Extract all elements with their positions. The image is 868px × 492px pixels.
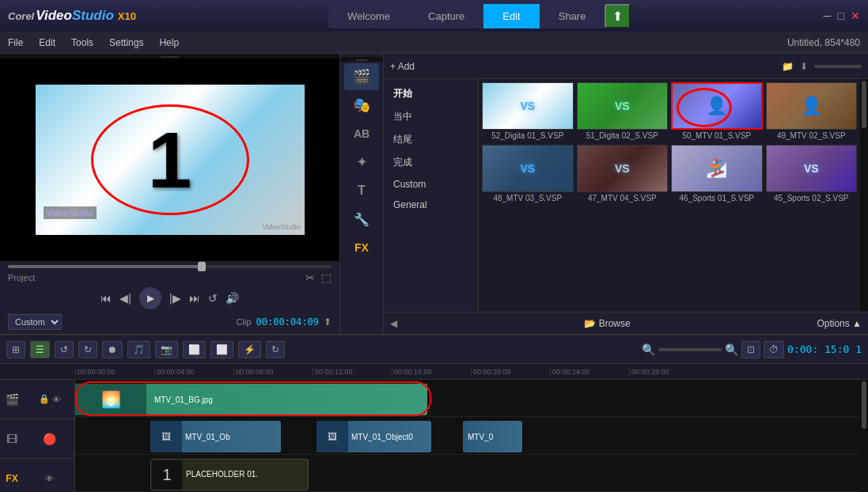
menu-help[interactable]: Help [159,37,179,48]
skip-start-button[interactable]: ⏮ [100,292,112,305]
timecode-up-icon[interactable]: ⬆ [324,316,332,327]
sidebar-fx-icon[interactable]: FX [344,234,379,261]
category-general[interactable]: General [384,195,478,215]
category-complete[interactable]: 完成 [384,151,478,174]
record-button[interactable]: ⏺ [102,341,123,358]
track1-eye-icon[interactable]: 👁 [52,395,61,404]
clock-button[interactable]: ⏱ [764,341,784,358]
thumb-47-mtv[interactable]: VS 47_MTV 04_S.VSP [577,145,669,204]
timeline-scrollbar[interactable] [860,380,868,492]
scrollbar-thumb[interactable] [862,81,866,128]
play-button[interactable]: ▶ [139,287,161,309]
track1-lock-icon[interactable]: 🔒 [39,394,50,404]
sort-icon[interactable]: ⬇ [800,61,808,72]
media-sidebar-row: •••••• 🎬 🎭 AB ✦ T 🔧 FX + Add 📁 ⬇ [340,54,868,334]
add-media-button[interactable]: + Add [390,61,415,72]
360-button[interactable]: ↻ [266,341,285,358]
snapshot-button[interactable]: 📷 [155,341,178,358]
menu-file[interactable]: File [8,37,23,48]
folder-icon[interactable]: 📁 [782,61,794,72]
thumb-45-sports[interactable]: VS 45_Sports 02_S.VSP [766,145,858,204]
audio-button[interactable]: 🎵 [127,341,150,358]
track1-ctrl: 🎬 [0,380,24,419]
tracking-button[interactable]: ⚡ [238,341,261,358]
nav-welcome[interactable]: Welcome [328,4,409,28]
thumb-52-digita[interactable]: VS 52_Digita 01_S.VSP [482,82,574,142]
category-start[interactable]: 开始 [384,82,478,105]
thumbnail-scrollbar[interactable] [860,79,868,312]
category-custom[interactable]: Custom [384,174,478,195]
timeline-view-button[interactable]: ☰ [30,341,50,358]
nav-edit[interactable]: Edit [483,4,539,28]
nav-share[interactable]: Share [540,4,605,28]
clip-mtv-bg[interactable]: 🌅 MTV_01_BG.jpg [75,384,427,415]
scissors-icon[interactable]: ✂ [305,271,315,284]
category-current[interactable]: 当中 [384,105,478,128]
category-end[interactable]: 结尾 [384,128,478,151]
maximize-icon[interactable]: □ [838,9,844,22]
thumb-img-48-mtv: VS [482,145,574,192]
sidebar-title-icon[interactable]: T [344,177,379,204]
sidebar-transition-icon[interactable]: 🎭 [344,92,379,119]
track-controls: 🎬 🎞 FX 🔒 👁 🔴 [0,380,75,492]
storyboard-view-button[interactable]: ⊞ [6,341,25,358]
media-sidebar: •••••• 🎬 🎭 AB ✦ T 🔧 FX [340,54,384,334]
thumb-img-52-digita: VS [482,82,574,130]
media-body: 开始 当中 结尾 完成 Custom General VS [384,79,868,312]
sidebar-motion-icon[interactable]: ✦ [344,149,379,176]
thumb-label-47-mtv: 47_MTV 04_S.VSP [577,192,669,204]
playback-mode-select[interactable]: Custom [8,314,62,330]
track3-eye-icon[interactable]: 👁 [45,474,54,483]
thumb-size-slider[interactable] [814,65,862,68]
timeline-scroll-thumb[interactable] [862,381,866,429]
clip-mtv-obj2[interactable]: 🖼 MTV_01_Object0 [316,421,431,452]
track2-special-icon[interactable]: 🔴 [43,433,56,445]
pb-row-2: Custom Clip 00:00:04:09 ⬆ [8,314,332,330]
clip-mtv-obj3[interactable]: MTV_0 [463,421,522,452]
thumb-49-mtv[interactable]: 👤 49_MTV 02_S.VSP [766,82,858,142]
clip-placeholder[interactable]: FX 1 PLACEHOLDER 01. [150,459,309,490]
upload-button[interactable]: ⬆ [605,4,631,28]
close-icon[interactable]: ✕ [851,9,860,22]
menu-settings[interactable]: Settings [109,37,143,48]
media-drag-strip[interactable]: •••••• [340,57,383,62]
browse-button[interactable]: 📂 Browse [584,318,631,329]
options-button[interactable]: Options ▲ [817,318,862,329]
minimize-icon[interactable]: ─ [824,9,832,22]
zoom-slider[interactable] [658,348,722,351]
thumb-48-mtv[interactable]: VS 48_MTV 03_S.VSP [482,145,574,204]
thumb-46-sports[interactable]: 🏂 46_Sports 01_S.VSP [671,145,763,204]
zoom-in-button[interactable]: 🔍 [725,343,738,356]
playback-thumb[interactable] [198,262,206,271]
redo-button[interactable]: ↻ [78,341,97,358]
playback-timeline[interactable] [8,265,332,268]
thumb-50-mtv[interactable]: 👤 50_MTV 01_S.VSP [671,82,763,142]
timeline-tracks: 🎬 🎞 FX 🔒 👁 🔴 [0,380,868,492]
thumbnail-area: VS 52_Digita 01_S.VSP VS 51_Digita 02_S.… [479,79,860,312]
fit-button[interactable]: ⊡ [741,341,760,358]
thumb-label-52-digita: 52_Digita 01_S.VSP [482,130,574,142]
skip-end-button[interactable]: ⏭ [189,292,200,305]
zoom-out-button[interactable]: 🔍 [642,343,655,356]
left-arrow-icon[interactable]: ◀ [390,318,397,329]
preview-watermark: VideoStudio [44,206,97,219]
repeat-button[interactable]: ↺ [208,292,218,305]
copy-icon[interactable]: ⬚ [321,271,332,284]
tracks-content: 🌅 MTV_01_BG.jpg 🖼 MTV_01_Ob 🖼 [75,380,860,492]
volume-button[interactable]: 🔊 [226,292,239,305]
thumb-img-50-mtv: 👤 [671,82,763,130]
menu-edit[interactable]: Edit [39,37,55,48]
next-frame-button[interactable]: |▶ [169,292,181,305]
main-nav: Welcome Capture Edit Share ⬆ [328,4,631,28]
sidebar-film-icon[interactable]: 🎬 [344,63,379,90]
sidebar-text-icon[interactable]: AB [344,120,379,147]
prev-frame-button[interactable]: ◀| [119,292,131,305]
sidebar-filter-icon[interactable]: 🔧 [344,206,379,233]
menu-tools[interactable]: Tools [71,37,93,48]
thumb-51-digita[interactable]: VS 51_Digita 02_S.VSP [577,82,669,142]
clip-mtv-obj1[interactable]: 🖼 MTV_01_Ob [150,421,281,452]
multi-trim-button[interactable]: ⬜ [210,341,233,358]
undo-button[interactable]: ↺ [55,341,74,358]
nav-capture[interactable]: Capture [409,4,483,28]
split-button[interactable]: ⬜ [183,341,206,358]
